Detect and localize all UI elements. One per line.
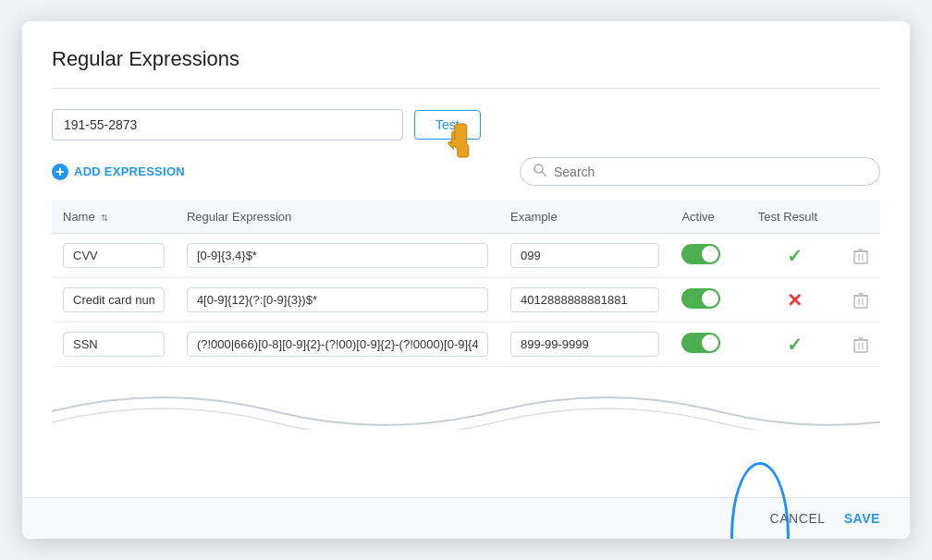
add-expression-label: ADD EXPRESSION xyxy=(74,164,185,178)
wave-decoration xyxy=(52,374,880,430)
row-2-example-input[interactable] xyxy=(510,332,659,357)
test-button[interactable]: Test xyxy=(414,110,481,140)
row-2-toggle[interactable] xyxy=(681,333,720,353)
cancel-button[interactable]: CANCEL xyxy=(770,511,826,526)
sort-icon[interactable]: ⇅ xyxy=(101,213,108,223)
save-button[interactable]: SAVE xyxy=(844,511,880,526)
add-expression-button[interactable]: + ADD EXPRESSION xyxy=(52,164,185,180)
row-0-delete-button[interactable] xyxy=(853,248,869,264)
search-box xyxy=(520,157,880,186)
row-0-result-check: ✓ xyxy=(758,245,831,267)
toolbar-row: + ADD EXPRESSION xyxy=(52,157,880,186)
col-header-expression: Regular Expression xyxy=(176,201,499,234)
row-0-example-input[interactable] xyxy=(510,243,659,268)
col-header-active: Active xyxy=(670,201,746,234)
col-header-example: Example xyxy=(499,201,670,234)
col-header-result: Test Result xyxy=(747,201,842,234)
row-2-expression-input[interactable] xyxy=(187,332,488,357)
row-1-expression-input[interactable] xyxy=(187,287,488,312)
table-row: ✓ xyxy=(52,234,880,278)
svg-rect-2 xyxy=(854,251,867,263)
row-2-name-input[interactable] xyxy=(63,332,165,357)
regex-table: Name ⇅ Regular Expression Example Active… xyxy=(52,201,880,367)
svg-rect-12 xyxy=(854,340,867,352)
col-header-delete xyxy=(842,201,880,234)
table-header-row: Name ⇅ Regular Expression Example Active… xyxy=(52,201,880,234)
svg-line-1 xyxy=(542,172,546,176)
search-input[interactable] xyxy=(554,164,866,179)
row-0-name-input[interactable] xyxy=(63,243,165,268)
page-title: Regular Expressions xyxy=(52,47,880,71)
row-2-result-check: ✓ xyxy=(758,334,831,356)
test-input[interactable] xyxy=(52,109,403,140)
row-1-name-input[interactable] xyxy=(63,287,165,312)
row-1-toggle[interactable] xyxy=(681,288,720,309)
modal-footer: CANCEL SAVE xyxy=(22,497,910,539)
svg-rect-7 xyxy=(854,296,867,308)
title-divider xyxy=(52,88,880,89)
row-1-example-input[interactable] xyxy=(510,287,659,312)
row-2-delete-button[interactable] xyxy=(853,336,869,353)
table-row: ✕ xyxy=(52,278,880,323)
row-1-delete-button[interactable] xyxy=(853,292,869,309)
table-row: ✓ xyxy=(52,323,880,367)
col-header-name: Name ⇅ xyxy=(52,201,176,234)
row-0-toggle[interactable] xyxy=(681,244,720,264)
plus-circle-icon: + xyxy=(52,164,68,180)
row-1-result-x: ✕ xyxy=(758,289,831,311)
search-icon xyxy=(533,164,546,179)
test-row: Test xyxy=(52,109,880,140)
row-0-expression-input[interactable] xyxy=(187,243,488,268)
